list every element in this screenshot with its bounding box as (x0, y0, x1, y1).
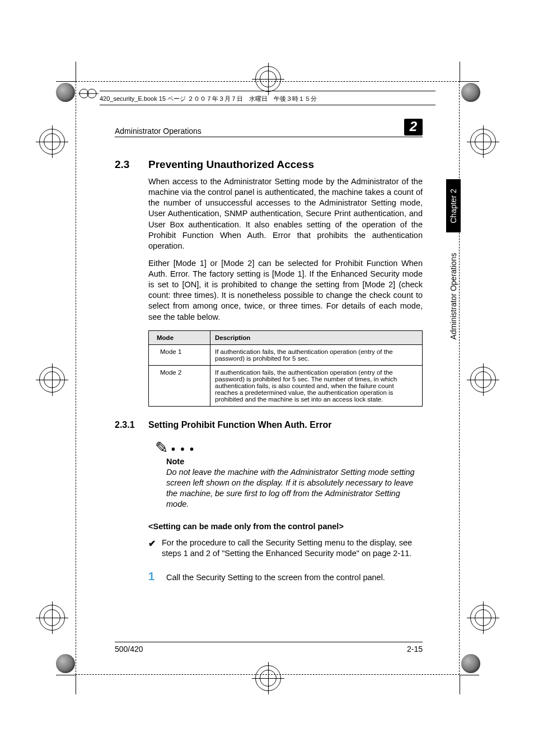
procedure-subhead: <Setting can be made only from the contr… (148, 522, 423, 531)
side-chapter-box: Chapter 2 (446, 179, 461, 232)
step-text: Call the Security Setting to the screen … (166, 573, 423, 582)
table-header-mode: Mode (149, 330, 210, 344)
registration-mark-icon (470, 129, 496, 155)
running-header: Administrator Operations 2 (115, 119, 423, 137)
note-icon-row: ✎ • • • (155, 440, 423, 456)
print-info-text: 420_security_E.book 15 ページ ２００７年３月７日 水曜日… (100, 95, 317, 102)
running-header-title: Administrator Operations (115, 127, 202, 136)
side-section-label: Administrator Operations (449, 253, 458, 340)
paragraph: Either [Mode 1] or [Mode 2] can be selec… (148, 258, 423, 323)
registration-mark-icon (39, 605, 65, 631)
page-footer: 500/420 2-15 (115, 642, 423, 654)
crop-tick (56, 81, 76, 82)
crop-tick (460, 675, 479, 675)
section-title: Preventing Unauthorized Access (148, 158, 314, 171)
note-label: Note (166, 457, 423, 466)
crop-tick (76, 62, 76, 81)
page: 420_security_E.book 15 ページ ２００７年３月７日 水曜日… (0, 0, 534, 756)
registration-mark-icon (255, 66, 281, 92)
printer-mark-dot-icon (56, 654, 75, 673)
mode-table: Mode Description Mode 1 If authenticatio… (148, 330, 423, 407)
subsection-title: Setting Prohibit Function When Auth. Err… (148, 420, 331, 430)
check-item: ✔ For the procedure to call the Security… (148, 538, 423, 559)
note-body: Do not leave the machine with the Admini… (166, 467, 423, 510)
step-item: 1 Call the Security Setting to the scree… (148, 570, 423, 583)
section-number: 2.3 (115, 158, 138, 171)
running-header-chapter-num: 2 (404, 119, 423, 136)
step-number: 1 (148, 570, 156, 583)
registration-mark-icon (470, 367, 496, 393)
registration-mark-icon (470, 605, 496, 631)
table-cell-description: If authentication fails, the authenticat… (210, 344, 423, 365)
footer-model: 500/420 (115, 645, 143, 654)
note-dots-icon: • • • (171, 444, 195, 456)
footer-page-number: 2-15 (407, 645, 423, 654)
table-header-description: Description (210, 330, 423, 344)
side-section-box: Administrator Operations (446, 235, 461, 358)
check-item-text: For the procedure to call the Security S… (162, 538, 423, 559)
registration-mark-icon (39, 129, 65, 155)
crop-tick (56, 675, 76, 675)
printer-mark-dot-icon (56, 83, 75, 102)
side-chapter-label: Chapter 2 (449, 189, 458, 223)
paragraph: When access to the Administrator Setting… (148, 176, 423, 251)
note-pencil-icon: ✎ (155, 440, 168, 456)
table-cell-mode: Mode 2 (149, 365, 210, 406)
subsection-heading: 2.3.1 Setting Prohibit Function When Aut… (115, 420, 423, 430)
printer-mark-dot-icon (461, 654, 480, 673)
table-cell-mode: Mode 1 (149, 344, 210, 365)
crop-tick (460, 675, 460, 694)
table-header-row: Mode Description (149, 330, 423, 344)
checkmark-icon: ✔ (148, 538, 156, 559)
print-info-strip: 420_security_E.book 15 ページ ２００７年３月７日 水曜日… (100, 91, 435, 105)
table-row: Mode 1 If authentication fails, the auth… (149, 344, 423, 365)
registration-mark-icon (39, 367, 65, 393)
table-row: Mode 2 If authentication fails, the auth… (149, 365, 423, 406)
section-heading: 2.3 Preventing Unauthorized Access (115, 158, 423, 171)
registration-mark-icon (255, 665, 281, 691)
subsection-number: 2.3.1 (115, 420, 138, 430)
crop-tick (460, 62, 460, 81)
binding-ornament-icon (78, 87, 99, 100)
crop-tick (460, 81, 479, 82)
printer-mark-dot-icon (461, 83, 480, 102)
content-area: Administrator Operations 2 2.3 Preventin… (115, 119, 423, 583)
crop-tick (76, 675, 76, 694)
side-tab: Chapter 2 Administrator Operations (446, 179, 461, 358)
table-cell-description: If authentication fails, the authenticat… (210, 365, 423, 406)
